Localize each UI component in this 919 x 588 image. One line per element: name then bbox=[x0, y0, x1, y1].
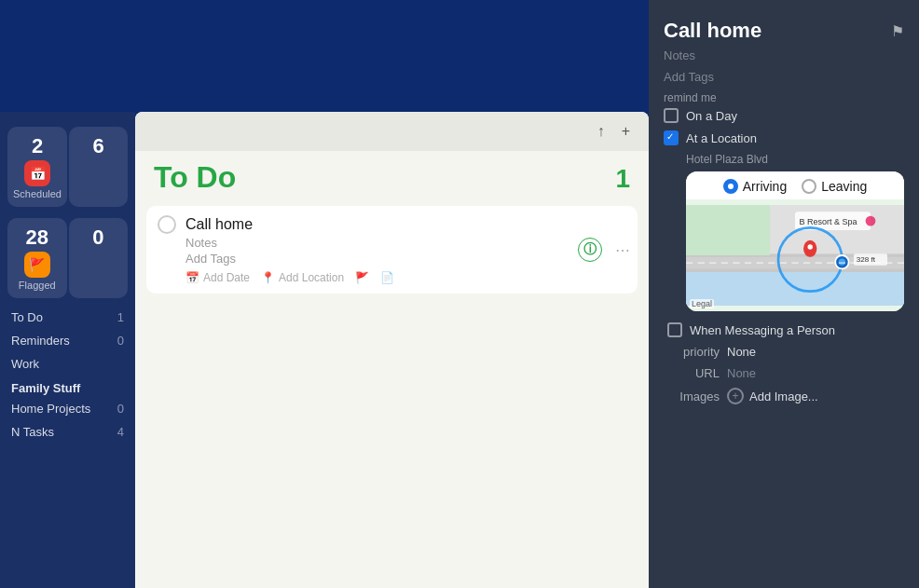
location-icon: 📍 bbox=[261, 271, 275, 284]
sidebar-item-ntasks[interactable]: N Tasks 4 bbox=[0, 420, 135, 444]
list-title-row: To Do 1 bbox=[135, 151, 649, 200]
flagged-stat[interactable]: 28 🚩 Flagged bbox=[7, 218, 67, 298]
sidebar-item-home-label: Home Projects bbox=[11, 402, 90, 416]
detail-tags-field[interactable]: Add Tags bbox=[664, 70, 904, 84]
remind-me-section: remind me On a Day At a Location Hotel P… bbox=[664, 91, 904, 337]
add-date-label: Add Date bbox=[203, 271, 250, 284]
sidebar-item-home-count: 0 bbox=[117, 402, 124, 416]
todo-flag-button[interactable]: 🚩 bbox=[355, 271, 369, 284]
arriving-radio[interactable] bbox=[723, 179, 738, 194]
add-location-button[interactable]: 📍 Add Location bbox=[261, 271, 344, 284]
priority-label: priority bbox=[664, 345, 720, 359]
todo-add-tags: Add Tags bbox=[185, 252, 626, 266]
todo-info-button[interactable]: ⓘ bbox=[578, 238, 602, 262]
sidebar-stats-row: 2 📅 Scheduled 6 bbox=[0, 123, 135, 211]
on-a-day-row: On a Day bbox=[664, 108, 904, 123]
sidebar-item-todo-label: To Do bbox=[11, 310, 43, 324]
leaving-option[interactable]: Leaving bbox=[802, 179, 867, 194]
svg-point-14 bbox=[839, 259, 845, 266]
todo-meta: 📅 Add Date 📍 Add Location 🚩 📄 bbox=[185, 271, 626, 284]
sidebar-item-todo-count: 1 bbox=[117, 310, 124, 324]
url-label: URL bbox=[664, 366, 720, 380]
sidebar-item-ntasks-label: N Tasks bbox=[11, 425, 54, 439]
list-title: To Do bbox=[154, 160, 236, 195]
scheduled-stat[interactable]: 2 📅 Scheduled bbox=[7, 127, 67, 207]
map-svg: B Resort & Spa 328 ft bbox=[686, 199, 904, 311]
main-content: ↑ + To Do 1 Call home ⓘ ⋯ Notes Add Tags… bbox=[135, 112, 649, 588]
add-image-button[interactable]: + Add Image... bbox=[727, 388, 818, 404]
add-date-button[interactable]: 📅 Add Date bbox=[185, 271, 250, 284]
add-image-label: Add Image... bbox=[749, 390, 818, 403]
sidebar-item-ntasks-count: 4 bbox=[117, 425, 124, 439]
sidebar-item-home-projects[interactable]: Home Projects 0 bbox=[0, 397, 135, 420]
on-a-day-label: On a Day bbox=[686, 109, 737, 123]
url-value: None bbox=[727, 366, 756, 380]
priority-value: None bbox=[727, 345, 756, 359]
arriving-option[interactable]: Arriving bbox=[723, 179, 787, 194]
todo-checkbox[interactable] bbox=[158, 215, 176, 234]
remind-me-label: remind me bbox=[664, 91, 904, 104]
arriving-leaving-row: Arriving Leaving bbox=[686, 171, 904, 199]
priority-row: priority None bbox=[664, 345, 904, 359]
todo-item-header: Call home ⓘ ⋯ bbox=[158, 215, 626, 234]
todo-item[interactable]: Call home ⓘ ⋯ Notes Add Tags 📅 Add Date … bbox=[146, 206, 638, 294]
detail-panel-header: Call home ⚑ bbox=[664, 19, 904, 43]
when-messaging-checkbox[interactable] bbox=[667, 322, 682, 337]
main-toolbar: ↑ + bbox=[135, 112, 649, 151]
scheduled-number: 2 bbox=[32, 134, 43, 158]
sidebar-item-reminders-label: Reminders bbox=[11, 334, 70, 348]
detail-title: Call home bbox=[664, 19, 761, 43]
svg-point-8 bbox=[866, 216, 876, 226]
when-messaging-row: When Messaging a Person bbox=[667, 322, 904, 337]
sidebar-item-reminders-count: 0 bbox=[117, 334, 124, 348]
all-stat[interactable]: 6 bbox=[69, 127, 128, 207]
sidebar-item-work-label: Work bbox=[11, 357, 39, 371]
map-legal-label: Legal bbox=[690, 299, 714, 308]
at-a-location-row: At a Location bbox=[664, 130, 904, 145]
sidebar: 2 📅 Scheduled 6 28 🚩 Flagged 0 To Do 1 R… bbox=[0, 112, 135, 588]
sidebar-item-reminders[interactable]: Reminders 0 bbox=[0, 329, 135, 352]
detail-notes-field[interactable]: Notes bbox=[664, 48, 904, 62]
arriving-label: Arriving bbox=[743, 179, 787, 194]
leaving-label: Leaving bbox=[821, 179, 867, 194]
add-image-icon: + bbox=[727, 388, 744, 404]
flagged-number: 28 bbox=[26, 226, 48, 250]
svg-point-11 bbox=[808, 244, 813, 249]
at-a-location-label: At a Location bbox=[686, 131, 757, 145]
flagged-icon: 🚩 bbox=[24, 252, 50, 278]
location-name-label: Hotel Plaza Blvd bbox=[686, 153, 904, 166]
calendar-icon: 📅 bbox=[185, 271, 199, 284]
scheduled-label: Scheduled bbox=[13, 188, 62, 199]
leaving-radio[interactable] bbox=[802, 179, 816, 194]
flagged-label: Flagged bbox=[19, 280, 56, 291]
todo-title: Call home bbox=[185, 216, 253, 233]
todo-detail-button[interactable]: ⋯ bbox=[615, 241, 630, 259]
all-stat2[interactable]: 0 bbox=[69, 218, 129, 298]
sidebar-item-todo[interactable]: To Do 1 bbox=[0, 306, 135, 329]
todo-note-button[interactable]: 📄 bbox=[380, 271, 394, 284]
images-row: Images + Add Image... bbox=[664, 388, 904, 404]
map-container[interactable]: B Resort & Spa 328 ft bbox=[686, 199, 904, 311]
all-number2: 0 bbox=[92, 226, 103, 250]
list-count: 1 bbox=[615, 164, 630, 194]
add-button[interactable]: + bbox=[618, 121, 634, 142]
add-location-label: Add Location bbox=[279, 271, 344, 284]
all-number: 6 bbox=[92, 134, 103, 158]
detail-flag-button[interactable]: ⚑ bbox=[891, 22, 904, 40]
svg-text:B Resort & Spa: B Resort & Spa bbox=[800, 217, 857, 226]
share-button[interactable]: ↑ bbox=[594, 121, 609, 142]
sidebar-item-work[interactable]: Work bbox=[0, 352, 135, 376]
detail-panel: Call home ⚑ Notes Add Tags remind me On … bbox=[649, 0, 919, 588]
todo-notes: Notes bbox=[185, 236, 626, 250]
scheduled-icon: 📅 bbox=[24, 160, 50, 186]
url-row: URL None bbox=[664, 366, 904, 380]
sidebar-family-title: Family Stuff bbox=[0, 376, 135, 397]
svg-rect-4 bbox=[686, 205, 770, 255]
location-popup: Arriving Leaving bbox=[686, 171, 904, 311]
on-a-day-checkbox[interactable] bbox=[664, 108, 679, 123]
images-label: Images bbox=[664, 390, 720, 403]
sidebar-stats-row2: 28 🚩 Flagged 0 bbox=[0, 214, 135, 302]
at-a-location-checkbox[interactable] bbox=[664, 130, 679, 145]
when-messaging-label: When Messaging a Person bbox=[690, 323, 835, 337]
